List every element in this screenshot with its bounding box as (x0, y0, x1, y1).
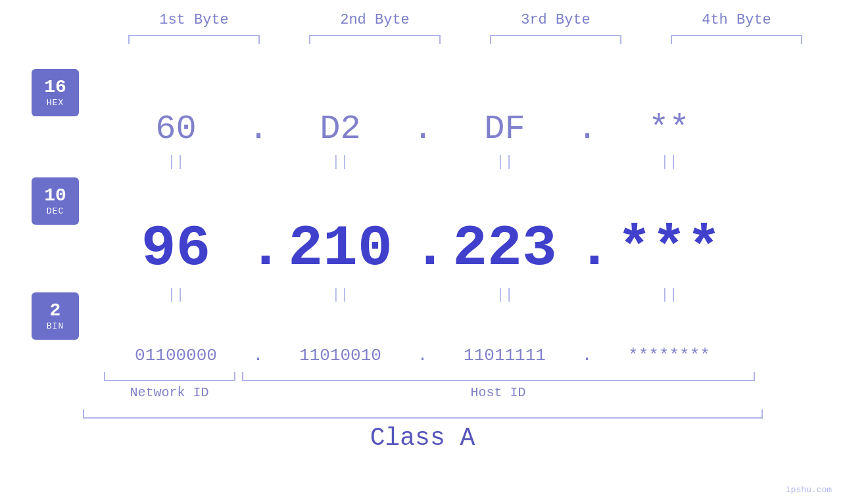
bin-byte-1: 01100000 (104, 346, 249, 365)
bin-byte-3: 11011111 (433, 346, 577, 365)
badge-hex-num: 16 (44, 78, 66, 98)
dec-byte-4: *** (597, 216, 742, 281)
dec-dot-3: . (577, 216, 597, 281)
bin-row: 01100000 . 11010010 . 11011111 . *******… (0, 346, 845, 365)
eq-3: || (433, 154, 577, 170)
bin-dot-1: . (249, 346, 268, 365)
hex-byte-1: 60 (104, 110, 249, 149)
bottom-brackets-row (104, 372, 827, 381)
dec-row: 96 . 210 . 223 . *** (0, 216, 845, 281)
badge-hex-label: HEX (47, 98, 64, 108)
badge-dec-num: 10 (44, 186, 66, 206)
eq2-3: || (433, 286, 577, 303)
eq2-2: || (268, 286, 413, 303)
bottom-bracket-host (242, 372, 755, 381)
class-label: Class A (0, 424, 845, 452)
byte-header-4: 4th Byte (664, 12, 809, 28)
top-bracket-1 (128, 35, 260, 44)
hex-row: 60 . D2 . DF . ** (0, 110, 845, 149)
bin-dot-2: . (413, 346, 433, 365)
big-bottom-bracket (83, 409, 763, 419)
dec-byte-3: 223 (433, 216, 577, 281)
eq-4: || (597, 154, 742, 170)
bin-byte-4: ******** (597, 346, 742, 365)
bin-dot-3: . (577, 346, 597, 365)
eq2-4: || (597, 286, 742, 303)
byte-header-1: 1st Byte (122, 12, 266, 28)
hex-byte-3: DF (433, 110, 577, 149)
hex-dot-2: . (413, 110, 433, 149)
top-bracket-3 (490, 35, 621, 44)
dec-byte-1: 96 (104, 216, 249, 281)
id-labels: Network ID Host ID (104, 385, 827, 400)
equals-row-1: || || || || (0, 154, 845, 170)
badge-bin-num: 2 (50, 301, 61, 321)
eq-2: || (268, 154, 413, 170)
badge-dec-label: DEC (47, 206, 64, 216)
bracket-spacer (235, 372, 242, 381)
top-bracket-4 (671, 35, 802, 44)
network-id-label: Network ID (104, 385, 235, 400)
eq2-1: || (104, 286, 249, 303)
bottom-bracket-network (104, 372, 235, 381)
hex-byte-4: ** (597, 110, 742, 149)
top-bracket-2 (309, 35, 441, 44)
badge-bin: 2 BIN (32, 292, 79, 340)
hex-dot-1: . (249, 110, 268, 149)
eq-1: || (104, 154, 249, 170)
hex-byte-2: D2 (268, 110, 413, 149)
byte-header-2: 2nd Byte (302, 12, 447, 28)
badge-bin-label: BIN (47, 321, 64, 331)
dec-dot-1: . (249, 216, 268, 281)
equals-row-2: || || || || (0, 286, 845, 303)
hex-dot-3: . (577, 110, 597, 149)
dec-byte-2: 210 (268, 216, 413, 281)
host-id-label: Host ID (242, 385, 755, 400)
watermark: ipshu.com (786, 485, 832, 495)
bin-byte-2: 11010010 (268, 346, 413, 365)
byte-header-3: 3rd Byte (483, 12, 628, 28)
top-brackets (104, 31, 827, 44)
dec-dot-2: . (413, 216, 433, 281)
main-container: 16 HEX 10 DEC 2 BIN 1st Byte 2nd Byte 3r… (0, 0, 845, 504)
byte-headers: 1st Byte 2nd Byte 3rd Byte 4th Byte (104, 12, 827, 28)
